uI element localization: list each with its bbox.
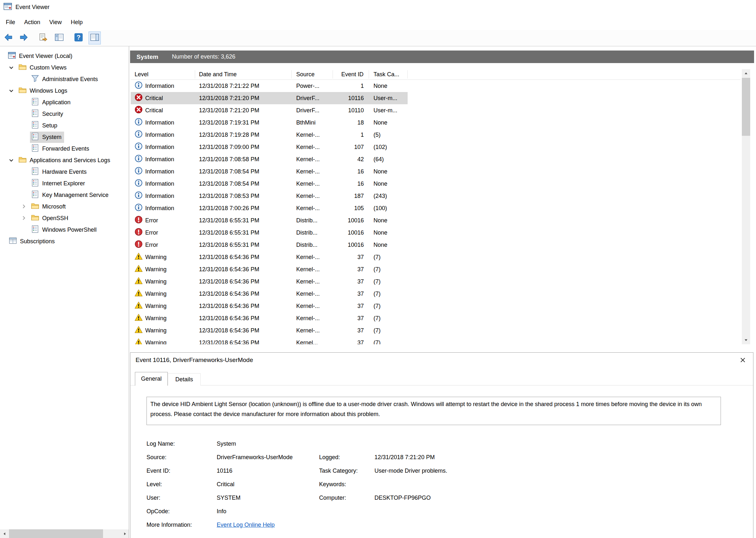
forward-button[interactable] — [18, 31, 30, 44]
column-header-task-ca[interactable]: Task Ca... — [369, 70, 408, 79]
collapse-chevron-icon[interactable] — [8, 64, 17, 71]
event-log-online-help-link[interactable]: Event Log Online Help — [217, 521, 319, 528]
event-row[interactable]: Warning12/31/2018 6:54:36 PMKernel-...37… — [131, 275, 408, 288]
tree-item-system[interactable]: System — [0, 131, 129, 143]
tree-item-security[interactable]: Security — [0, 108, 129, 120]
event-row[interactable]: Information12/31/2018 7:08:54 PMKernel-.… — [131, 165, 408, 178]
scroll-left-button[interactable] — [0, 529, 9, 538]
event-row[interactable]: Information12/31/2018 7:19:31 PMBthMini1… — [131, 117, 408, 129]
tree-item-hardware-events[interactable]: Hardware Events — [0, 166, 129, 178]
event-description[interactable]: The device HID Ambient Light Sensor (loc… — [146, 397, 721, 425]
help-button[interactable]: ? — [73, 31, 85, 44]
column-header-level[interactable]: Level — [131, 70, 195, 79]
event-row[interactable]: Information12/31/2018 7:19:28 PMKernel-.… — [131, 129, 408, 141]
tree-item-custom-views[interactable]: Custom Views — [0, 62, 129, 73]
close-icon[interactable] — [739, 356, 747, 364]
tree-item-administrative-events[interactable]: Administrative Events — [0, 73, 129, 85]
menu-view[interactable]: View — [45, 17, 66, 27]
folder-icon — [31, 213, 39, 223]
event-level-label: Warning — [145, 266, 166, 273]
event-row[interactable]: Information12/31/2018 7:21:22 PMPower-..… — [131, 80, 408, 92]
tree-horizontal-scrollbar[interactable] — [0, 529, 129, 538]
event-level-cell: Information — [131, 130, 195, 140]
warning-icon — [135, 326, 145, 335]
tree-item-setup[interactable]: Setup — [0, 120, 129, 131]
console-icon — [8, 51, 16, 61]
event-id-cell: 18 — [333, 119, 369, 126]
column-header-source[interactable]: Source — [292, 70, 333, 79]
tree-item-microsoft[interactable]: Microsoft — [0, 201, 129, 212]
event-row[interactable]: Information12/31/2018 7:09:00 PMKernel-.… — [131, 141, 408, 153]
expand-chevron-icon[interactable] — [20, 203, 30, 210]
tree-item-body: Custom Views — [17, 62, 69, 73]
horizontal-scrollbar-thumb[interactable] — [9, 529, 103, 538]
field-value: SYSTEM — [217, 495, 319, 501]
tree-item-internet-explorer[interactable]: Internet Explorer — [0, 178, 129, 189]
vertical-scrollbar-thumb[interactable] — [742, 78, 750, 136]
tree-item-application[interactable]: Application — [0, 96, 129, 108]
tree-item-subscriptions[interactable]: Subscriptions — [0, 236, 129, 247]
event-row[interactable]: Warning12/31/2018 6:54:36 PMKernel-...37… — [131, 251, 408, 263]
action-pane-toggle-button[interactable] — [88, 31, 101, 44]
event-row[interactable]: Information12/31/2018 7:08:54 PMKernel-.… — [131, 178, 408, 190]
expand-chevron-icon[interactable] — [20, 215, 30, 222]
collapse-chevron-icon[interactable] — [8, 87, 17, 94]
event-date-cell: 12/31/2018 7:09:00 PM — [195, 144, 292, 151]
event-date-cell: 12/31/2018 6:54:36 PM — [195, 327, 292, 334]
event-row[interactable]: Warning12/31/2018 6:54:36 PMKernel-...37… — [131, 288, 408, 300]
tree-item-label: Microsoft — [42, 203, 66, 210]
event-count-label: Number of events: 3,626 — [172, 50, 235, 63]
log-icon — [31, 97, 39, 107]
event-task-category-cell: None — [369, 168, 408, 175]
event-task-category-cell: (7) — [369, 303, 408, 309]
event-row[interactable]: Warning12/31/2018 6:54:36 PMKernel-...37… — [131, 324, 408, 337]
tree-item-forwarded-events[interactable]: Forwarded Events — [0, 143, 129, 154]
folder-icon — [18, 155, 27, 165]
event-row[interactable]: Critical12/31/2018 7:21:20 PMDriverF...1… — [131, 92, 408, 104]
back-button[interactable] — [2, 31, 15, 44]
open-saved-log-button[interactable] — [37, 31, 49, 44]
menu-action[interactable]: Action — [20, 17, 45, 27]
collapse-chevron-icon[interactable] — [8, 157, 17, 164]
event-source-cell: Kernel-... — [292, 193, 333, 199]
tree-item-applications-and-services-logs[interactable]: Applications and Services Logs — [0, 154, 129, 166]
event-row[interactable]: Error12/31/2018 6:55:31 PMDistrib...1001… — [131, 239, 408, 251]
scroll-up-button[interactable] — [742, 69, 750, 78]
event-level-label: Warning — [145, 278, 166, 285]
info-icon — [135, 118, 145, 128]
event-row[interactable]: Warning12/31/2018 6:54:36 PMKernel...37(… — [131, 337, 408, 344]
event-row[interactable]: Information12/31/2018 7:08:58 PMKernel-.… — [131, 153, 408, 165]
event-date-cell: 12/31/2018 6:54:36 PM — [195, 254, 292, 261]
event-row[interactable]: Warning12/31/2018 6:54:36 PMKernel-...37… — [131, 300, 408, 312]
tab-details[interactable]: Details — [168, 373, 201, 386]
event-row[interactable]: Warning12/31/2018 6:54:36 PMKernel-...37… — [131, 263, 408, 275]
open-saved-log-icon — [38, 32, 48, 44]
tree-item-key-management-service[interactable]: Key Management Service — [0, 189, 129, 201]
event-row[interactable]: Information12/31/2018 7:08:53 PMKernel-.… — [131, 190, 408, 202]
list-vertical-scrollbar[interactable] — [742, 69, 750, 344]
field-label: Computer: — [319, 495, 375, 501]
event-row[interactable]: Critical12/31/2018 7:21:20 PMDriverF...1… — [131, 104, 408, 117]
column-header-date-and-time[interactable]: Date and Time — [195, 70, 292, 79]
column-header-event-id[interactable]: Event ID — [333, 70, 369, 79]
event-row[interactable]: Information12/31/2018 7:00:26 PMKernel-.… — [131, 202, 408, 214]
menu-file[interactable]: File — [1, 17, 20, 27]
event-row[interactable]: Error12/31/2018 6:55:31 PMDistrib...1001… — [131, 227, 408, 239]
console-tree-toggle-button[interactable] — [53, 31, 65, 44]
detail-field-row: OpCode:Info — [146, 505, 740, 518]
scroll-right-button[interactable] — [120, 529, 129, 538]
scroll-down-button[interactable] — [742, 336, 750, 344]
warning-icon — [135, 338, 145, 344]
event-task-category-cell: None — [369, 83, 408, 89]
tree-item-event-viewer-local[interactable]: Event Viewer (Local) — [0, 50, 129, 62]
tab-general[interactable]: General — [135, 372, 168, 386]
tree-item-openssh[interactable]: OpenSSH — [0, 212, 129, 224]
event-task-category-cell: (102) — [369, 144, 408, 151]
warning-icon — [135, 289, 145, 298]
tree-item-windows-logs[interactable]: Windows Logs — [0, 85, 129, 96]
tree-item-body: Event Viewer (Local) — [7, 50, 75, 62]
event-row[interactable]: Warning12/31/2018 6:54:36 PMKernel-...37… — [131, 312, 408, 324]
event-row[interactable]: Error12/31/2018 6:55:31 PMDistrib...1001… — [131, 214, 408, 227]
tree-item-windows-powershell[interactable]: Windows PowerShell — [0, 224, 129, 236]
menu-help[interactable]: Help — [66, 17, 87, 27]
